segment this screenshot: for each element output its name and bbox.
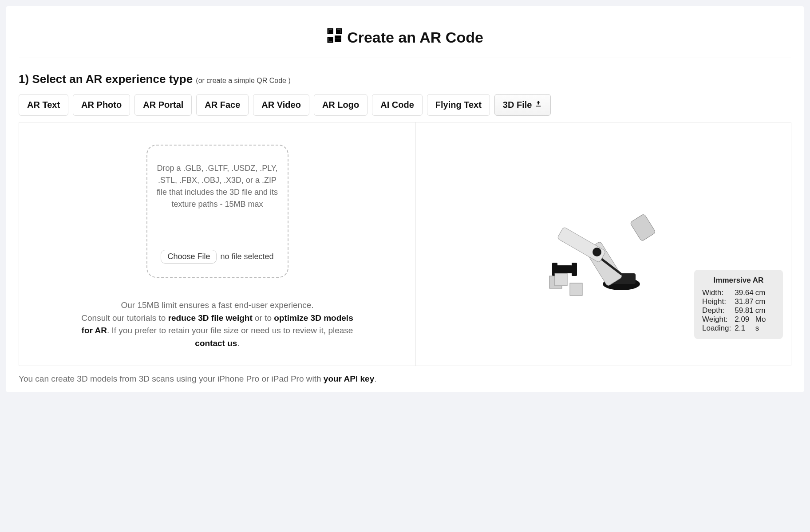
- contact-us-link[interactable]: contact us: [195, 339, 237, 348]
- step1-sub-prefix: (or create a simple: [196, 77, 257, 84]
- svg-rect-21: [555, 273, 567, 286]
- file-row: Choose File no file selected: [153, 250, 282, 264]
- svg-rect-22: [570, 283, 582, 296]
- help-line1: Our 15MB limit ensures a fast end-user e…: [121, 300, 313, 310]
- preview-pane: Immersive AR Width: 39.64 cm Height: 31.…: [416, 122, 791, 366]
- step1-sub-suffix: ): [286, 77, 291, 84]
- tab-3d-file[interactable]: 3D File: [494, 94, 551, 116]
- tab-ar-portal[interactable]: AR Portal: [134, 94, 192, 116]
- stat-unit: cm: [755, 288, 766, 297]
- svg-rect-16: [630, 214, 656, 242]
- dropzone[interactable]: Drop a .GLB, .GLTF, .USDZ, .PLY, .STL, .…: [146, 145, 288, 278]
- stat-label: Width:: [702, 288, 735, 297]
- svg-rect-8: [336, 39, 338, 42]
- stat-row-depth: Depth: 59.81 cm: [702, 306, 766, 315]
- qr-icon: [327, 28, 343, 47]
- stat-unit: cm: [755, 297, 766, 306]
- tab-3d-file-label: 3D File: [503, 100, 532, 110]
- stat-value: 2.09: [735, 315, 755, 324]
- choose-file-button[interactable]: Choose File: [161, 250, 217, 264]
- step1-heading-text: 1) Select an AR experience type: [19, 72, 193, 86]
- stat-value: 59.81: [735, 306, 755, 315]
- step1-heading: 1) Select an AR experience type (or crea…: [19, 72, 791, 86]
- tab-ar-photo[interactable]: AR Photo: [73, 94, 130, 116]
- svg-rect-1: [329, 30, 332, 32]
- footer-note: You can create 3D models from 3D scans u…: [19, 374, 791, 384]
- help-line2-end: .: [237, 339, 239, 348]
- help-line2-post: . If you prefer to retain your file size…: [107, 326, 353, 335]
- footer-post: .: [374, 374, 376, 383]
- stat-row-weight: Weight: 2.09 Mo: [702, 315, 766, 324]
- svg-rect-9: [339, 39, 341, 42]
- tab-ar-video[interactable]: AR Video: [253, 94, 309, 116]
- tab-ar-face[interactable]: AR Face: [196, 94, 249, 116]
- content-panel: Drop a .GLB, .GLTF, .USDZ, .PLY, .STL, .…: [19, 122, 791, 366]
- dropzone-text: Drop a .GLB, .GLTF, .USDZ, .PLY, .STL, .…: [153, 162, 282, 210]
- help-line2-mid: or to: [253, 313, 274, 323]
- help-line2-pre: Consult our tutorials to: [81, 313, 168, 323]
- qr-code-link[interactable]: QR Code: [257, 77, 286, 84]
- svg-point-15: [593, 248, 601, 256]
- main-card: Create an AR Code 1) Select an AR experi…: [6, 6, 804, 392]
- page-title: Create an AR Code: [19, 19, 791, 58]
- svg-rect-7: [339, 36, 341, 39]
- upload-icon: [534, 100, 542, 110]
- stat-unit: Mo: [755, 315, 766, 324]
- tab-ar-logo[interactable]: AR Logo: [314, 94, 367, 116]
- stat-row-height: Height: 31.87 cm: [702, 297, 766, 306]
- stat-unit: s: [755, 324, 766, 333]
- stat-value: 39.64: [735, 288, 755, 297]
- svg-rect-6: [336, 36, 338, 39]
- stat-label: Height:: [702, 297, 735, 306]
- stat-unit: cm: [755, 306, 766, 315]
- stat-label: Loading:: [702, 324, 735, 333]
- upload-pane: Drop a .GLB, .GLTF, .USDZ, .PLY, .STL, .…: [19, 122, 416, 366]
- stats-box: Immersive AR Width: 39.64 cm Height: 31.…: [694, 270, 783, 339]
- stat-value: 31.87: [735, 297, 755, 306]
- api-key-link[interactable]: your API key: [324, 374, 374, 383]
- reduce-weight-link[interactable]: reduce 3D file weight: [168, 313, 253, 323]
- stat-row-loading: Loading: 2.1 s: [702, 324, 766, 333]
- svg-rect-19: [572, 263, 577, 276]
- stat-label: Depth:: [702, 306, 735, 315]
- svg-rect-5: [329, 39, 332, 41]
- svg-rect-17: [556, 265, 573, 273]
- stats-title: Immersive AR: [702, 276, 775, 285]
- divider: [19, 58, 791, 58]
- stats-table: Width: 39.64 cm Height: 31.87 cm Depth: …: [702, 288, 766, 333]
- stat-row-width: Width: 39.64 cm: [702, 288, 766, 297]
- stat-value: 2.1: [735, 324, 755, 333]
- model-preview-icon: [528, 186, 679, 302]
- step1-subtext: (or create a simple QR Code ): [196, 77, 290, 84]
- help-text: Our 15MB limit ensures a fast end-user e…: [80, 299, 355, 350]
- type-tabs: AR Text AR Photo AR Portal AR Face AR Vi…: [19, 94, 791, 116]
- tab-ai-code[interactable]: AI Code: [372, 94, 423, 116]
- file-status: no file selected: [220, 251, 273, 263]
- tab-ar-text[interactable]: AR Text: [19, 94, 68, 116]
- stat-label: Weight:: [702, 315, 735, 324]
- footer-pre: You can create 3D models from 3D scans u…: [19, 374, 324, 383]
- page-title-text: Create an AR Code: [347, 29, 483, 46]
- svg-rect-3: [338, 30, 340, 32]
- tab-flying-text[interactable]: Flying Text: [427, 94, 490, 116]
